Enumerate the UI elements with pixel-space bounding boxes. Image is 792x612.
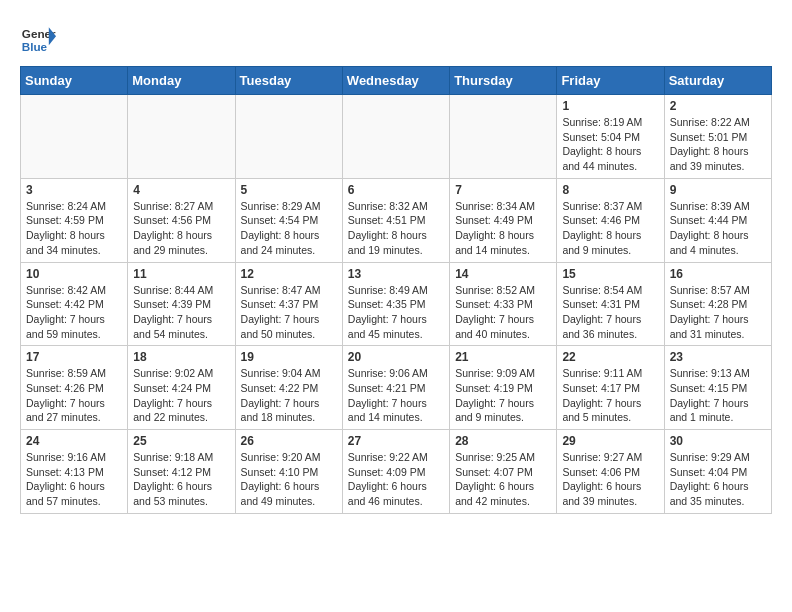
day-number: 4	[133, 183, 229, 197]
day-number: 28	[455, 434, 551, 448]
day-info: Sunrise: 8:24 AM Sunset: 4:59 PM Dayligh…	[26, 199, 122, 258]
day-number: 16	[670, 267, 766, 281]
day-number: 2	[670, 99, 766, 113]
calendar-cell: 19Sunrise: 9:04 AM Sunset: 4:22 PM Dayli…	[235, 346, 342, 430]
day-number: 5	[241, 183, 337, 197]
calendar-cell	[342, 95, 449, 179]
day-info: Sunrise: 9:13 AM Sunset: 4:15 PM Dayligh…	[670, 366, 766, 425]
calendar-cell: 3Sunrise: 8:24 AM Sunset: 4:59 PM Daylig…	[21, 178, 128, 262]
day-number: 30	[670, 434, 766, 448]
calendar-cell: 17Sunrise: 8:59 AM Sunset: 4:26 PM Dayli…	[21, 346, 128, 430]
day-number: 10	[26, 267, 122, 281]
calendar-cell: 24Sunrise: 9:16 AM Sunset: 4:13 PM Dayli…	[21, 430, 128, 514]
calendar-cell: 9Sunrise: 8:39 AM Sunset: 4:44 PM Daylig…	[664, 178, 771, 262]
day-number: 19	[241, 350, 337, 364]
day-info: Sunrise: 9:25 AM Sunset: 4:07 PM Dayligh…	[455, 450, 551, 509]
calendar-cell: 1Sunrise: 8:19 AM Sunset: 5:04 PM Daylig…	[557, 95, 664, 179]
day-info: Sunrise: 8:47 AM Sunset: 4:37 PM Dayligh…	[241, 283, 337, 342]
day-number: 25	[133, 434, 229, 448]
calendar-cell: 12Sunrise: 8:47 AM Sunset: 4:37 PM Dayli…	[235, 262, 342, 346]
calendar-cell	[21, 95, 128, 179]
weekday-header-row: SundayMondayTuesdayWednesdayThursdayFrid…	[21, 67, 772, 95]
calendar-cell: 30Sunrise: 9:29 AM Sunset: 4:04 PM Dayli…	[664, 430, 771, 514]
calendar-cell: 7Sunrise: 8:34 AM Sunset: 4:49 PM Daylig…	[450, 178, 557, 262]
day-info: Sunrise: 8:57 AM Sunset: 4:28 PM Dayligh…	[670, 283, 766, 342]
week-row-4: 17Sunrise: 8:59 AM Sunset: 4:26 PM Dayli…	[21, 346, 772, 430]
calendar-cell: 28Sunrise: 9:25 AM Sunset: 4:07 PM Dayli…	[450, 430, 557, 514]
day-number: 17	[26, 350, 122, 364]
week-row-3: 10Sunrise: 8:42 AM Sunset: 4:42 PM Dayli…	[21, 262, 772, 346]
day-number: 6	[348, 183, 444, 197]
day-info: Sunrise: 8:42 AM Sunset: 4:42 PM Dayligh…	[26, 283, 122, 342]
weekday-header-monday: Monday	[128, 67, 235, 95]
calendar-cell	[128, 95, 235, 179]
calendar-cell	[235, 95, 342, 179]
day-info: Sunrise: 8:22 AM Sunset: 5:01 PM Dayligh…	[670, 115, 766, 174]
day-info: Sunrise: 9:02 AM Sunset: 4:24 PM Dayligh…	[133, 366, 229, 425]
week-row-5: 24Sunrise: 9:16 AM Sunset: 4:13 PM Dayli…	[21, 430, 772, 514]
calendar-cell: 21Sunrise: 9:09 AM Sunset: 4:19 PM Dayli…	[450, 346, 557, 430]
day-info: Sunrise: 8:32 AM Sunset: 4:51 PM Dayligh…	[348, 199, 444, 258]
day-number: 15	[562, 267, 658, 281]
calendar-cell: 10Sunrise: 8:42 AM Sunset: 4:42 PM Dayli…	[21, 262, 128, 346]
calendar-cell: 4Sunrise: 8:27 AM Sunset: 4:56 PM Daylig…	[128, 178, 235, 262]
day-info: Sunrise: 8:59 AM Sunset: 4:26 PM Dayligh…	[26, 366, 122, 425]
day-number: 18	[133, 350, 229, 364]
day-info: Sunrise: 8:39 AM Sunset: 4:44 PM Dayligh…	[670, 199, 766, 258]
week-row-1: 1Sunrise: 8:19 AM Sunset: 5:04 PM Daylig…	[21, 95, 772, 179]
day-info: Sunrise: 9:16 AM Sunset: 4:13 PM Dayligh…	[26, 450, 122, 509]
day-number: 11	[133, 267, 229, 281]
day-number: 23	[670, 350, 766, 364]
weekday-header-thursday: Thursday	[450, 67, 557, 95]
weekday-header-wednesday: Wednesday	[342, 67, 449, 95]
day-info: Sunrise: 9:11 AM Sunset: 4:17 PM Dayligh…	[562, 366, 658, 425]
logo: General Blue	[20, 20, 56, 56]
day-info: Sunrise: 9:22 AM Sunset: 4:09 PM Dayligh…	[348, 450, 444, 509]
calendar-cell: 22Sunrise: 9:11 AM Sunset: 4:17 PM Dayli…	[557, 346, 664, 430]
day-number: 3	[26, 183, 122, 197]
day-number: 24	[26, 434, 122, 448]
day-info: Sunrise: 9:27 AM Sunset: 4:06 PM Dayligh…	[562, 450, 658, 509]
calendar-cell: 15Sunrise: 8:54 AM Sunset: 4:31 PM Dayli…	[557, 262, 664, 346]
calendar: SundayMondayTuesdayWednesdayThursdayFrid…	[20, 66, 772, 514]
day-number: 8	[562, 183, 658, 197]
calendar-cell: 20Sunrise: 9:06 AM Sunset: 4:21 PM Dayli…	[342, 346, 449, 430]
day-number: 13	[348, 267, 444, 281]
day-info: Sunrise: 9:09 AM Sunset: 4:19 PM Dayligh…	[455, 366, 551, 425]
calendar-cell: 14Sunrise: 8:52 AM Sunset: 4:33 PM Dayli…	[450, 262, 557, 346]
day-info: Sunrise: 8:49 AM Sunset: 4:35 PM Dayligh…	[348, 283, 444, 342]
day-info: Sunrise: 8:19 AM Sunset: 5:04 PM Dayligh…	[562, 115, 658, 174]
calendar-cell	[450, 95, 557, 179]
day-number: 22	[562, 350, 658, 364]
day-info: Sunrise: 8:54 AM Sunset: 4:31 PM Dayligh…	[562, 283, 658, 342]
day-info: Sunrise: 9:04 AM Sunset: 4:22 PM Dayligh…	[241, 366, 337, 425]
week-row-2: 3Sunrise: 8:24 AM Sunset: 4:59 PM Daylig…	[21, 178, 772, 262]
calendar-cell: 5Sunrise: 8:29 AM Sunset: 4:54 PM Daylig…	[235, 178, 342, 262]
day-number: 20	[348, 350, 444, 364]
calendar-cell: 29Sunrise: 9:27 AM Sunset: 4:06 PM Dayli…	[557, 430, 664, 514]
day-info: Sunrise: 8:27 AM Sunset: 4:56 PM Dayligh…	[133, 199, 229, 258]
day-info: Sunrise: 8:29 AM Sunset: 4:54 PM Dayligh…	[241, 199, 337, 258]
calendar-cell: 16Sunrise: 8:57 AM Sunset: 4:28 PM Dayli…	[664, 262, 771, 346]
calendar-cell: 13Sunrise: 8:49 AM Sunset: 4:35 PM Dayli…	[342, 262, 449, 346]
day-number: 29	[562, 434, 658, 448]
day-info: Sunrise: 9:20 AM Sunset: 4:10 PM Dayligh…	[241, 450, 337, 509]
day-number: 14	[455, 267, 551, 281]
calendar-cell: 6Sunrise: 8:32 AM Sunset: 4:51 PM Daylig…	[342, 178, 449, 262]
calendar-cell: 11Sunrise: 8:44 AM Sunset: 4:39 PM Dayli…	[128, 262, 235, 346]
weekday-header-friday: Friday	[557, 67, 664, 95]
weekday-header-saturday: Saturday	[664, 67, 771, 95]
calendar-cell: 26Sunrise: 9:20 AM Sunset: 4:10 PM Dayli…	[235, 430, 342, 514]
calendar-cell: 27Sunrise: 9:22 AM Sunset: 4:09 PM Dayli…	[342, 430, 449, 514]
svg-text:Blue: Blue	[22, 40, 48, 53]
logo-icon: General Blue	[20, 20, 56, 56]
calendar-cell: 8Sunrise: 8:37 AM Sunset: 4:46 PM Daylig…	[557, 178, 664, 262]
day-info: Sunrise: 9:06 AM Sunset: 4:21 PM Dayligh…	[348, 366, 444, 425]
weekday-header-tuesday: Tuesday	[235, 67, 342, 95]
day-number: 21	[455, 350, 551, 364]
weekday-header-sunday: Sunday	[21, 67, 128, 95]
day-number: 27	[348, 434, 444, 448]
day-number: 26	[241, 434, 337, 448]
day-info: Sunrise: 8:44 AM Sunset: 4:39 PM Dayligh…	[133, 283, 229, 342]
day-number: 12	[241, 267, 337, 281]
